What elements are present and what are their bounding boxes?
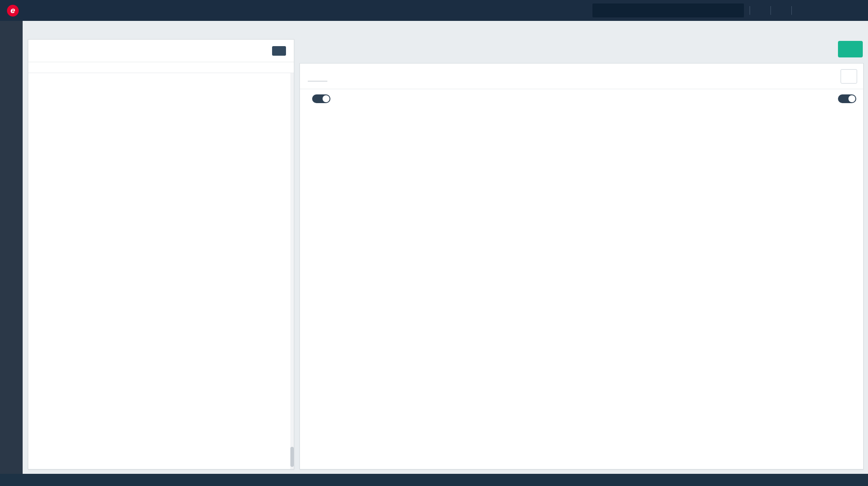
navbar-icons xyxy=(804,6,861,15)
chevron-down-icon xyxy=(780,8,786,13)
chevron-down-icon xyxy=(759,8,765,13)
site-search xyxy=(592,3,744,17)
page: e xyxy=(0,0,868,486)
home-icon[interactable] xyxy=(29,26,37,34)
hide-well-history-button[interactable] xyxy=(272,46,286,56)
change-customer-menu[interactable] xyxy=(777,8,786,13)
graph-card xyxy=(299,63,864,469)
chart-container xyxy=(300,104,863,169)
divider xyxy=(791,6,792,15)
sidebar xyxy=(0,21,23,474)
hide-axes-toggle[interactable] xyxy=(838,94,856,103)
well-history-panel xyxy=(28,39,294,469)
take-action-button[interactable] xyxy=(838,41,863,57)
footer xyxy=(0,474,868,486)
page-actions xyxy=(821,25,860,34)
well-detail-panel xyxy=(299,39,864,469)
report-icon[interactable] xyxy=(820,6,829,15)
mail-icon[interactable] xyxy=(804,6,813,15)
help-icon[interactable] xyxy=(852,6,861,15)
search-input[interactable] xyxy=(598,7,731,14)
search-icon[interactable] xyxy=(731,6,740,15)
divider xyxy=(750,6,750,15)
download-icon[interactable] xyxy=(851,25,860,34)
scrollbar-track[interactable] xyxy=(290,73,294,469)
brand-logo[interactable]: e xyxy=(7,5,22,17)
top-navbar: e xyxy=(0,0,868,21)
divider xyxy=(770,6,771,15)
breadcrumb xyxy=(23,21,868,38)
graph-controls xyxy=(300,89,863,104)
chevron-down-icon xyxy=(828,74,834,79)
chevron-down-icon xyxy=(321,72,326,78)
configuration-select[interactable] xyxy=(308,71,327,81)
building-icon xyxy=(41,27,47,33)
favorite-icon[interactable] xyxy=(836,25,845,34)
breadcrumb-site[interactable] xyxy=(41,27,50,33)
history-filter-row xyxy=(28,62,294,73)
graph-config-row xyxy=(300,64,863,89)
brand-icon: e xyxy=(7,5,19,17)
well-chart[interactable] xyxy=(301,104,862,169)
well-history-header xyxy=(28,40,294,62)
kebab-icon xyxy=(844,72,853,81)
graph-options-button[interactable] xyxy=(841,69,857,84)
refresh-icon[interactable] xyxy=(821,25,830,34)
scrollbar-thumb[interactable] xyxy=(290,447,294,467)
well-detail-header xyxy=(299,39,864,63)
chart-legend xyxy=(300,169,863,175)
duration-select[interactable] xyxy=(821,74,834,79)
maximize-graph-toggle[interactable] xyxy=(312,94,330,103)
chevron-down-icon xyxy=(850,46,856,52)
well-history-list xyxy=(28,73,294,469)
panels xyxy=(23,38,868,474)
content-area xyxy=(23,21,868,474)
expand-icon[interactable] xyxy=(836,6,845,15)
user-menu[interactable] xyxy=(756,8,765,13)
